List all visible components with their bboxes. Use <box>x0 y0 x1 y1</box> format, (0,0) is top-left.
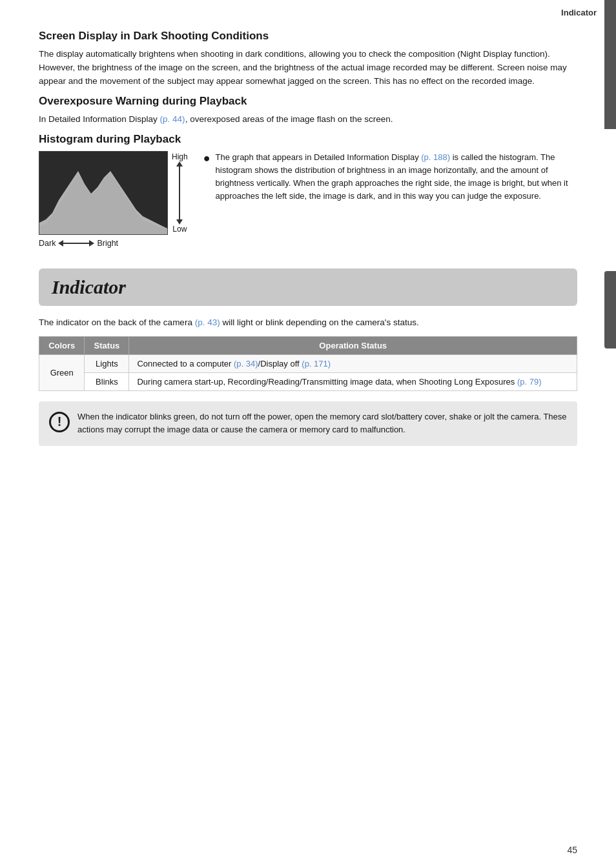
indicator-body: The indicator on the back of the camera … <box>39 316 577 330</box>
overexposure-section: Overexposure Warning during Playback In … <box>39 95 577 126</box>
axis-arrow <box>176 161 183 225</box>
horiz-arrow <box>58 240 94 247</box>
histogram-diagram: High Low <box>39 151 188 235</box>
histogram-content: High Low Dark <box>39 151 577 248</box>
histogram-right: ● The graph that appears in Detailed Inf… <box>203 151 577 206</box>
histogram-left: High Low Dark <box>39 151 188 248</box>
indicator-banner: Indicator <box>39 268 577 306</box>
top-label-text: Indicator <box>561 8 597 17</box>
overexposure-body-prefix: In Detailed Information Display <box>39 114 160 124</box>
table-row: Blinks During camera start-up, Recording… <box>39 372 577 390</box>
arrow-horiz-line <box>63 243 89 244</box>
bright-label: Bright <box>97 239 118 248</box>
table-header-status: Status <box>85 336 129 354</box>
axis-low-label: Low <box>172 225 187 234</box>
indicator-body-link[interactable]: (p. 43) <box>195 318 220 327</box>
warning-box: ! When the indicator blinks green, do no… <box>39 401 577 447</box>
table-cell-op-blinks: During camera start-up, Recording/Readin… <box>129 372 577 390</box>
op-link-p34[interactable]: (p. 34) <box>234 359 258 368</box>
arrow-right-icon <box>89 240 94 247</box>
overexposure-link[interactable]: (p. 44) <box>160 114 185 124</box>
page-container: Indicator Screen Display in Dark Shootin… <box>0 0 616 868</box>
op-link-p79[interactable]: (p. 79) <box>517 377 542 387</box>
histogram-title: Histogram during Playback <box>39 133 577 146</box>
warning-text: When the indicator blinks green, do not … <box>77 410 567 438</box>
table-cell-status-lights: Lights <box>85 354 129 372</box>
side-tab-lower <box>604 271 616 348</box>
table-cell-status-blinks: Blinks <box>85 372 129 390</box>
indicator-body-prefix: The indicator on the back of the camera <box>39 318 195 327</box>
indicator-body-suffix: will light or blink depending on the cam… <box>220 318 419 327</box>
table-header-operation: Operation Status <box>129 336 577 354</box>
bullet-prefix: The graph that appears in Detailed Infor… <box>216 152 422 162</box>
page-number: 45 <box>567 845 577 855</box>
screen-display-body: The display automatically brightens when… <box>39 48 577 88</box>
arrow-line <box>179 167 180 219</box>
indicator-title: Indicator <box>52 276 126 298</box>
table-cell-color-green: Green <box>39 354 85 390</box>
overexposure-body: In Detailed Information Display (p. 44),… <box>39 113 577 126</box>
screen-display-title: Screen Display in Dark Shooting Conditio… <box>39 30 577 43</box>
histogram-bullet: ● The graph that appears in Detailed Inf… <box>203 151 577 203</box>
op-link-p171[interactable]: (p. 171) <box>302 359 331 368</box>
histogram-link[interactable]: (p. 188) <box>421 152 450 162</box>
arrow-up-icon <box>176 161 183 167</box>
axis-high-label: High <box>172 152 188 161</box>
arrow-down-icon <box>176 219 183 225</box>
warning-icon: ! <box>49 412 70 432</box>
overexposure-body-suffix: , overexposed areas of the image flash o… <box>185 114 393 124</box>
table-row: Green Lights Connected to a computer (p.… <box>39 354 577 372</box>
top-right-label: Indicator <box>561 8 597 17</box>
screen-display-section: Screen Display in Dark Shooting Conditio… <box>39 30 577 88</box>
histogram-section: Histogram during Playback <box>39 133 577 248</box>
histogram-image <box>39 151 168 235</box>
dark-label: Dark <box>39 239 56 248</box>
vertical-axis: High Low <box>172 151 188 235</box>
table-header-colors: Colors <box>39 336 85 354</box>
arrow-left-icon <box>58 240 63 247</box>
overexposure-title: Overexposure Warning during Playback <box>39 95 577 108</box>
indicator-table: Colors Status Operation Status Green Lig… <box>39 336 577 391</box>
table-cell-op-lights: Connected to a computer (p. 34)/Display … <box>129 354 577 372</box>
bullet-dot: ● <box>203 151 210 203</box>
histogram-bullet-text: The graph that appears in Detailed Infor… <box>216 151 577 203</box>
histogram-bottom-label: Dark Bright <box>39 239 118 248</box>
side-tab-top <box>604 0 616 129</box>
